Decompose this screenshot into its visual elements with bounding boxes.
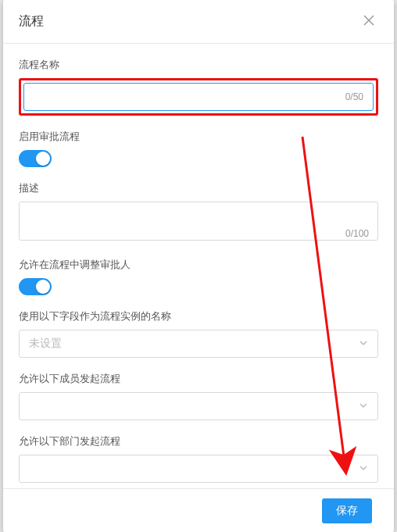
field-description: 描述 0/100 — [19, 181, 378, 244]
field-allow-depts: 允许以下部门发起流程 — [19, 434, 378, 483]
label-enable-approval: 启用审批流程 — [19, 130, 378, 144]
label-allow-members: 允许以下成员发起流程 — [19, 372, 378, 386]
instance-name-select[interactable]: 未设置 — [19, 330, 378, 358]
modal-footer: 保存 — [3, 488, 394, 532]
process-name-input[interactable] — [23, 83, 374, 111]
allow-depts-select[interactable] — [19, 455, 378, 483]
close-icon — [363, 15, 374, 29]
allow-adjust-toggle[interactable] — [19, 278, 52, 295]
field-process-name: 流程名称 0/50 — [19, 58, 378, 116]
description-textarea[interactable] — [19, 202, 378, 241]
name-char-counter: 0/50 — [345, 91, 363, 102]
description-char-counter: 0/100 — [345, 228, 369, 239]
field-allow-adjust: 允许在流程中调整审批人 — [19, 258, 378, 295]
modal-body: 流程名称 0/50 启用审批流程 描述 0/100 允许在流程中调整审批人 使用… — [3, 44, 394, 488]
field-allow-members: 允许以下成员发起流程 — [19, 372, 378, 420]
chevron-down-icon — [359, 462, 368, 476]
chevron-down-icon — [359, 399, 368, 413]
modal-title: 流程 — [19, 13, 44, 30]
save-button[interactable]: 保存 — [322, 498, 372, 523]
label-allow-depts: 允许以下部门发起流程 — [19, 434, 378, 448]
field-enable-approval: 启用审批流程 — [19, 130, 378, 167]
instance-name-placeholder: 未设置 — [29, 337, 62, 351]
highlight-box: 0/50 — [19, 78, 378, 116]
close-button[interactable] — [359, 12, 378, 31]
modal-dialog: 流程 流程名称 0/50 启用审批流程 描述 0/100 — [3, 0, 394, 532]
label-description: 描述 — [19, 181, 378, 195]
label-instance-name: 使用以下字段作为流程实例的名称 — [19, 309, 378, 323]
field-instance-name: 使用以下字段作为流程实例的名称 未设置 — [19, 309, 378, 358]
label-allow-adjust: 允许在流程中调整审批人 — [19, 258, 378, 272]
allow-members-select[interactable] — [19, 392, 378, 420]
label-process-name: 流程名称 — [19, 58, 378, 72]
chevron-down-icon — [359, 337, 368, 351]
modal-header: 流程 — [3, 0, 394, 44]
enable-approval-toggle[interactable] — [19, 150, 52, 167]
